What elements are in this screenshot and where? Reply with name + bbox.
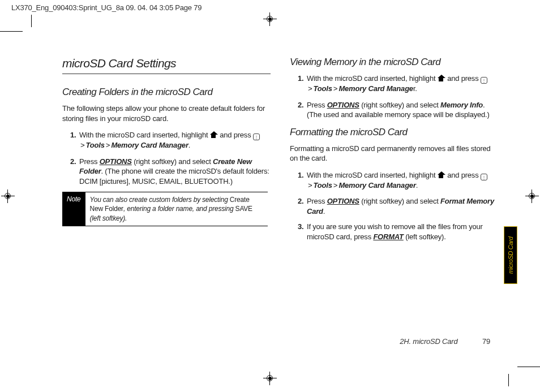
list-item: 1. With the microSD card inserted, highl… xyxy=(298,170,498,191)
home-icon xyxy=(438,171,445,178)
crop-mark-icon xyxy=(0,31,23,32)
menu-key-icon: ⋮ xyxy=(481,77,487,84)
list-item: 1. With the microSD card inserted, highl… xyxy=(298,74,498,94)
list-item: 2. Press OPTIONS (right softkey) and sel… xyxy=(298,100,498,120)
print-header: LX370_Eng_090403:Sprint_UG_8a 09. 04. 04… xyxy=(11,3,529,12)
subsection-title: Formatting the microSD Card xyxy=(290,127,498,138)
list-item: 1. With the microSD card inserted, highl… xyxy=(70,130,271,151)
crop-mark-icon xyxy=(31,15,32,27)
note-label: Note xyxy=(62,192,85,226)
list-item: 2. Press OPTIONS (right softkey) and sel… xyxy=(298,196,498,216)
page-number: 79 xyxy=(482,337,490,346)
list-item: 3. If you are sure you wish to remove al… xyxy=(298,222,498,242)
intro-text: Formatting a microSD card permanently re… xyxy=(290,144,498,163)
thumb-tab: microSD Card xyxy=(504,226,517,284)
registration-mark-icon xyxy=(263,372,277,385)
intro-text: The following steps allow your phone to … xyxy=(62,104,271,123)
list-item: 2. Press OPTIONS (right softkey) and sel… xyxy=(70,157,271,187)
subsection-title: Creating Folders in the microSD Card xyxy=(62,87,271,98)
subsection-title: Viewing Memory in the microSD Card xyxy=(290,57,498,68)
home-icon xyxy=(210,131,218,138)
footer-section: 2H. microSD Card xyxy=(400,337,457,346)
note-box: Note You can also create custom folders … xyxy=(62,192,268,226)
page-footer: 2H. microSD Card 79 xyxy=(400,337,490,346)
menu-key-icon: ⋮ xyxy=(253,133,260,140)
section-title: microSD Card Settings xyxy=(62,57,271,74)
right-column: Viewing Memory in the microSD Card 1. Wi… xyxy=(290,57,498,247)
registration-mark-icon xyxy=(525,189,539,203)
note-body: You can also create custom folders by se… xyxy=(85,192,268,226)
left-column: microSD Card Settings Creating Folders i… xyxy=(62,57,271,247)
crop-mark-icon xyxy=(508,374,509,386)
menu-key-icon: ⋮ xyxy=(481,174,487,180)
registration-mark-icon xyxy=(263,12,277,26)
home-icon xyxy=(438,75,445,81)
page-content: microSD Card Settings Creating Folders i… xyxy=(62,57,498,247)
registration-mark-icon xyxy=(1,189,15,203)
crop-mark-icon xyxy=(517,367,540,367)
